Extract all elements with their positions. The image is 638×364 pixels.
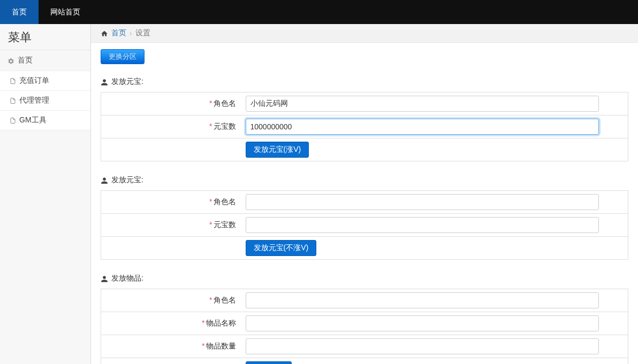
label-cell: *角色名	[101, 191, 240, 214]
field-label: 角色名	[214, 197, 236, 206]
change-zone-button[interactable]: 更换分区	[101, 49, 145, 64]
section-title-text: 发放元宝:	[111, 77, 143, 87]
breadcrumb-home-link[interactable]: 首页	[111, 28, 126, 38]
label-cell: *元宝数	[101, 115, 240, 138]
tab-home-label: 首页	[12, 7, 27, 17]
label-cell: *角色名	[101, 92, 240, 115]
section-title-text: 发放物品:	[111, 274, 143, 283]
sidebar-item-recharge[interactable]: 充值订单	[0, 71, 90, 91]
section-title-item: 发放物品:	[101, 274, 628, 283]
top-nav: 首页 网站首页	[0, 0, 638, 24]
give-yuanbao-novip-button[interactable]: 发放元宝(不涨V)	[246, 240, 317, 256]
sidebar-item-label: 代理管理	[19, 96, 49, 104]
label-cell	[101, 138, 240, 161]
role-name-input[interactable]	[246, 292, 599, 308]
sidebar-group-header[interactable]: 首页	[0, 50, 90, 71]
section-title-yuanbao-novip: 发放元宝:	[101, 175, 628, 185]
person-icon	[101, 176, 108, 184]
breadcrumb-current: 设置	[135, 28, 150, 38]
sidebar-item-label: GM工具	[19, 115, 47, 124]
tab-home[interactable]: 首页	[0, 0, 39, 24]
breadcrumb-separator: ›	[130, 29, 132, 37]
form-yuanbao-novip: *角色名 *元宝数 发放元宝(不涨V)	[101, 190, 628, 260]
home-icon	[101, 29, 108, 37]
person-icon	[101, 274, 108, 283]
content: 更换分区 发放元宝: *角色名 *元宝数 发放元宝(	[91, 43, 638, 364]
person-icon	[101, 78, 108, 86]
tab-site-home[interactable]: 网站首页	[39, 0, 92, 24]
breadcrumb: 首页 › 设置	[91, 24, 638, 43]
label-cell: *物品数量	[101, 335, 240, 358]
sidebar-title: 菜单	[0, 24, 90, 50]
sidebar-group: 首页 充值订单 代理管理 GM工具	[0, 50, 90, 130]
form-item: *角色名 *物品名称 *物品数量 发放物品	[101, 289, 628, 364]
label-cell: *元宝数	[101, 214, 240, 237]
section-title-text: 发放元宝:	[111, 175, 143, 185]
role-name-input[interactable]	[246, 96, 599, 112]
yuanbao-amount-input[interactable]	[246, 217, 599, 233]
form-yuanbao-vip: *角色名 *元宝数 发放元宝(涨V)	[101, 92, 628, 161]
gear-icon	[7, 56, 14, 64]
field-label: 角色名	[214, 99, 236, 107]
field-label: 元宝数	[214, 122, 236, 130]
yuanbao-amount-input[interactable]	[246, 119, 599, 135]
field-label: 物品数量	[206, 342, 236, 350]
sidebar-item-gm-tools[interactable]: GM工具	[0, 111, 90, 130]
item-qty-input[interactable]	[246, 338, 599, 354]
label-cell	[101, 237, 240, 260]
label-cell	[101, 358, 240, 365]
main-content: 首页 › 设置 更换分区 发放元宝: *角色名 *元宝数	[91, 24, 638, 364]
file-icon	[10, 97, 16, 105]
field-label: 元宝数	[214, 220, 236, 229]
label-cell: *物品名称	[101, 312, 240, 335]
item-name-input[interactable]	[246, 315, 599, 331]
section-title-yuanbao-vip: 发放元宝:	[101, 77, 628, 87]
give-item-button[interactable]: 发放物品	[246, 361, 292, 364]
file-icon	[10, 117, 16, 125]
give-yuanbao-vip-button[interactable]: 发放元宝(涨V)	[246, 142, 309, 158]
tab-site-home-label: 网站首页	[50, 7, 80, 17]
label-cell: *角色名	[101, 289, 240, 312]
sidebar-item-agent[interactable]: 代理管理	[0, 91, 90, 111]
sidebar: 菜单 首页 充值订单 代理管理	[0, 24, 91, 364]
role-name-input[interactable]	[246, 194, 599, 210]
sidebar-item-label: 充值订单	[19, 76, 49, 84]
field-label: 物品名称	[206, 319, 236, 327]
file-icon	[10, 77, 16, 85]
field-label: 角色名	[214, 296, 236, 304]
sidebar-group-header-label: 首页	[18, 56, 33, 65]
